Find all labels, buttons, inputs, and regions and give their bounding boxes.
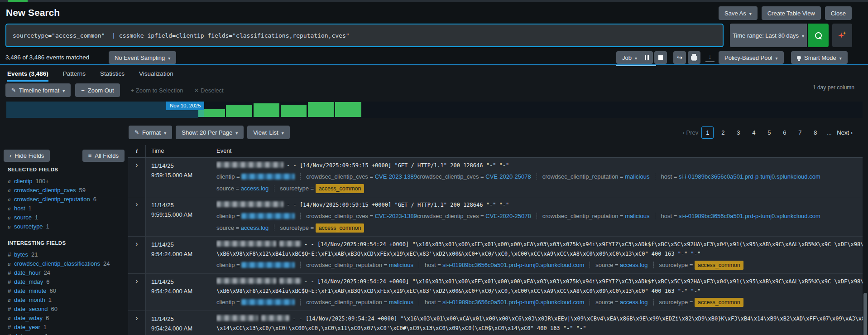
workload-pool-dropdown[interactable]: Policy-Based Pool	[719, 51, 784, 64]
field-value-link-access-log[interactable]: access.log	[620, 262, 647, 268]
field-item-crowdsec_clientip_classifications[interactable]: acrowdsec_clientip_classifications24	[8, 259, 125, 268]
field-link-date_mday[interactable]: date_mday	[14, 278, 43, 285]
field-link-crowdsec_clientip_classifications[interactable]: crowdsec_clientip_classifications	[14, 260, 100, 267]
search-query-input[interactable]	[5, 24, 724, 47]
field-link-date_zone[interactable]: date_zone	[14, 333, 42, 335]
field-link-crowdsec_clientip_cves[interactable]: crowdsec_clientip_cves	[14, 187, 76, 194]
print-button[interactable]	[688, 51, 700, 64]
field-link-bytes[interactable]: bytes	[14, 251, 28, 258]
field-link-date_minute[interactable]: date_minute	[14, 287, 47, 294]
run-search-button[interactable]	[808, 24, 829, 47]
field-item-date_mday[interactable]: #date_mday6	[8, 277, 125, 286]
tab-statistics[interactable]: Statistics	[100, 66, 125, 82]
timeline-bar-3[interactable]	[254, 103, 279, 117]
field-link-date_year[interactable]: date_year	[14, 324, 40, 330]
timeline-bar-2[interactable]	[226, 105, 252, 117]
page-7[interactable]: 7	[794, 126, 806, 139]
hide-fields-button[interactable]: ‹ Hide Fields	[4, 150, 50, 162]
field-value-link-cve-2020-25078[interactable]: CVE-2020-25078	[485, 173, 531, 180]
field-link-sourcetype[interactable]: sourcetype	[14, 223, 43, 230]
expand-event-icon[interactable]: ›	[135, 277, 138, 285]
page-3[interactable]: 3	[732, 126, 744, 139]
page-5[interactable]: 5	[763, 126, 775, 139]
field-item-crowdsec_clientip_cves[interactable]: acrowdsec_clientip_cves59	[8, 186, 125, 195]
field-value-link-cve-2023-1389[interactable]: CVE-2023-1389	[375, 173, 417, 180]
tab-visualization[interactable]: Visualization	[139, 66, 173, 82]
field-item-date_hour[interactable]: #date_hour24	[8, 268, 125, 277]
event-timeline-histogram[interactable]: Nov 10, 2025	[6, 102, 863, 118]
timeline-bar-6[interactable]	[335, 102, 361, 117]
field-value-link-malicious[interactable]: malicious	[389, 262, 413, 268]
all-fields-button[interactable]: ≡ All Fields	[82, 150, 125, 162]
expand-event-icon[interactable]: ›	[135, 240, 138, 248]
field-link-clientip[interactable]: clientip	[14, 178, 32, 184]
field-item-date_wday[interactable]: adate_wday6	[8, 314, 125, 323]
format-dropdown[interactable]: ✎ Format	[129, 126, 172, 139]
field-value-badge-access-common[interactable]: access_common	[695, 261, 743, 270]
share-job-button[interactable]: ↪	[673, 51, 686, 64]
field-link-date_second[interactable]: date_second	[14, 306, 48, 312]
export-download-icon[interactable]: ↓	[705, 53, 715, 62]
timeline-bar-4[interactable]	[281, 105, 307, 117]
event-sampling-dropdown[interactable]: No Event Sampling	[109, 51, 176, 64]
create-table-view-button[interactable]: Create Table View	[762, 6, 821, 20]
timeline-bar-1[interactable]	[204, 109, 225, 117]
page-1[interactable]: 1	[701, 126, 714, 139]
field-item-date_minute[interactable]: #date_minute60	[8, 286, 125, 296]
field-item-date_month[interactable]: adate_month1	[8, 296, 125, 305]
field-value-link-si-i-01989bc3656c0a501-prd-p-tumj0-splunkcloud-com[interactable]: si-i-01989bc3656c0a501.prd-p-tumj0.splun…	[442, 299, 584, 306]
scrollbar-thumb[interactable]	[863, 293, 867, 335]
field-item-date_year[interactable]: #date_year1	[8, 323, 125, 332]
field-value-link-malicious[interactable]: malicious	[625, 213, 649, 219]
field-item-source[interactable]: asource1	[8, 213, 125, 222]
field-item-sourcetype[interactable]: asourcetype1	[8, 222, 125, 231]
timeline-bar-5[interactable]	[308, 102, 334, 117]
page-8[interactable]: 8	[809, 126, 821, 139]
job-menu-button[interactable]: Job	[616, 51, 643, 64]
page-4[interactable]: 4	[748, 126, 760, 139]
field-item-clientip[interactable]: aclientip100+	[8, 177, 125, 186]
vertical-scrollbar[interactable]	[863, 145, 868, 335]
zoom-out-button[interactable]: − Zoom Out	[75, 83, 120, 97]
field-value-link-si-i-01989bc3656c0a501-prd-p-tumj0-splunkcloud-com[interactable]: si-i-01989bc3656c0a501.prd-p-tumj0.splun…	[679, 213, 820, 219]
close-button[interactable]: Close	[825, 6, 852, 20]
page-2[interactable]: 2	[717, 126, 729, 139]
field-link-crowdsec_clientip_reputation[interactable]: crowdsec_clientip_reputation	[14, 196, 90, 203]
tab-patterns[interactable]: Patterns	[63, 66, 86, 82]
time-range-picker[interactable]: Time range: Last 30 days	[730, 24, 807, 47]
field-value-badge-access-common[interactable]: access_common	[316, 223, 364, 233]
field-value-link-malicious[interactable]: malicious	[625, 173, 649, 180]
field-value-link-access-log[interactable]: access.log	[241, 224, 269, 231]
field-link-date_wday[interactable]: date_wday	[14, 315, 43, 321]
next-page-button[interactable]: Next	[837, 129, 853, 136]
tab-events-3-486[interactable]: Events (3,486)	[7, 66, 48, 82]
field-item-bytes[interactable]: #bytes21	[8, 250, 125, 259]
expand-event-icon[interactable]: ›	[135, 200, 138, 208]
save-as-button[interactable]: Save As	[719, 6, 758, 20]
search-mode-dropdown[interactable]: Smart Mode	[791, 51, 848, 64]
field-link-date_month[interactable]: date_month	[14, 296, 45, 303]
field-value-link-malicious[interactable]: malicious	[389, 299, 413, 306]
field-value-link-si-i-01989bc3656c0a501-prd-p-tumj0-splunkcloud-com[interactable]: si-i-01989bc3656c0a501.prd-p-tumj0.splun…	[442, 262, 584, 268]
field-value-link-cve-2020-25078[interactable]: CVE-2020-25078	[485, 213, 531, 219]
field-value-link-access-log[interactable]: access.log	[241, 185, 269, 192]
expand-event-icon[interactable]: ›	[135, 314, 138, 322]
field-value-link-si-i-01989bc3656c0a501-prd-p-tumj0-splunkcloud-com[interactable]: si-i-01989bc3656c0a501.prd-p-tumj0.splun…	[679, 173, 820, 180]
expand-event-icon[interactable]: ›	[135, 161, 138, 169]
field-item-crowdsec_clientip_reputation[interactable]: acrowdsec_clientip_reputation6	[8, 195, 125, 204]
field-link-source[interactable]: source	[14, 214, 32, 221]
field-value-link-cve-2023-1389[interactable]: CVE-2023-1389	[375, 213, 417, 219]
field-value-badge-access-common[interactable]: access_common	[695, 298, 743, 307]
per-page-dropdown[interactable]: Show: 20 Per Page	[176, 126, 244, 139]
field-item-date_zone[interactable]: #date_zone1	[8, 332, 125, 335]
ai-assistant-button[interactable]	[832, 24, 852, 47]
field-value-badge-access-common[interactable]: access_common	[316, 184, 364, 193]
page-6[interactable]: 6	[778, 126, 791, 139]
field-link-host[interactable]: host	[14, 205, 25, 212]
field-item-host[interactable]: ahost1	[8, 204, 125, 213]
pause-job-button[interactable]	[640, 51, 653, 64]
view-dropdown[interactable]: View: List	[247, 126, 289, 139]
prev-page-button[interactable]: Prev	[683, 129, 699, 136]
field-link-date_hour[interactable]: date_hour	[14, 269, 41, 276]
stop-job-button[interactable]	[654, 51, 667, 64]
